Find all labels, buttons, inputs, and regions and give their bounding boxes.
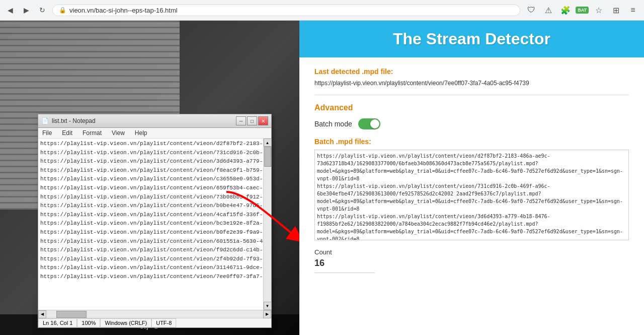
last-detected-label: Last detected .mpd file: [314, 68, 629, 76]
notepad-line: https://playlist-vip.vieon.vn/playlist/c… [39, 175, 262, 184]
notepad-line: https://playlist-vip.vieon.vn/playlist/c… [39, 184, 262, 193]
main-content: a, C 📄 list.txt - Notepad ─ □ ✕ File Edi… [0, 21, 644, 335]
menu-icon[interactable]: ≡ [626, 3, 640, 17]
notepad-status-ln: Ln 16, Col 1 [38, 318, 77, 327]
batch-mode-label: Batch mode [314, 120, 352, 128]
notepad-minimize-button[interactable]: ─ [236, 116, 246, 125]
toolbar-icons: 🛡 ⚠ 🧩 BAT ☆ ⊞ ≡ [524, 3, 640, 17]
notepad-status-charset: UTF-8 [151, 318, 176, 327]
notepad-menu-format[interactable]: Format [80, 129, 104, 137]
notepad-line: https://playlist-vip.vieon.vn/playlist/c… [39, 255, 262, 264]
stream-panel: The Stream Detector Last detected .mpd f… [299, 21, 644, 335]
notepad-titlebar: 📄 list.txt - Notepad ─ □ ✕ [38, 114, 271, 128]
back-button[interactable]: ◀ [4, 4, 16, 16]
batch-textarea[interactable]: https://playlist-vip.vieon.vn/playlist/c… [314, 150, 629, 240]
scroll-thumb[interactable] [264, 147, 271, 167]
address-bar[interactable]: 🔒 vieon.vn/bac-si-john--eps-tap-16.html [52, 5, 520, 16]
notepad-hscroll[interactable]: ◀ ▶ [38, 310, 271, 318]
scroll-track [264, 147, 271, 302]
notepad-line: https://playlist-vip.vieon.vn/playlist/c… [39, 219, 262, 228]
notepad-line: https://playlist-vip.vieon.vn/playlist/c… [39, 202, 262, 211]
notepad-status-zoom: 100% [77, 318, 100, 327]
count-value: 16 [314, 258, 629, 269]
batch-mode-row: Batch mode [314, 118, 629, 129]
notepad-line: https://playlist-vip.vieon.vn/playlist/c… [39, 166, 262, 175]
toggle-knob [370, 119, 379, 128]
batch-mode-toggle[interactable] [358, 118, 380, 129]
notepad-lines: https://playlist-vip.vieon.vn/playlist/c… [39, 140, 262, 282]
bat-badge: BAT [576, 7, 589, 14]
bookmark-icon[interactable]: ☆ [592, 3, 606, 17]
stream-header: The Stream Detector [299, 21, 644, 57]
forward-button[interactable]: ▶ [20, 4, 32, 16]
notepad-line: https://playlist-vip.vieon.vn/playlist/c… [39, 263, 262, 273]
batch-textarea-container: https://playlist-vip.vieon.vn/playlist/c… [314, 150, 629, 242]
warning-icon[interactable]: ⚠ [541, 3, 555, 17]
notepad-maximize-button[interactable]: □ [247, 116, 257, 125]
browser-chrome: ◀ ▶ ↻ 🔒 vieon.vn/bac-si-john--eps-tap-16… [0, 0, 644, 21]
tab-manager-icon[interactable]: ⊞ [609, 3, 623, 17]
notepad-text-area[interactable]: https://playlist-vip.vieon.vn/playlist/c… [38, 139, 263, 310]
video-panel: a, C 📄 list.txt - Notepad ─ □ ✕ File Edi… [0, 21, 299, 335]
advanced-label: Advanced [314, 103, 629, 112]
notepad-close-button[interactable]: ✕ [258, 116, 268, 125]
shield-icon[interactable]: 🛡 [524, 3, 538, 17]
notepad-line: https://playlist-vip.vieon.vn/playlist/c… [39, 157, 262, 166]
hscroll-thumb[interactable] [56, 311, 87, 318]
last-detected-url: https://playlist-vip.vieon.vn/playlist/c… [314, 80, 629, 95]
notepad-line: https://playlist-vip.vieon.vn/playlist/c… [39, 140, 262, 149]
notepad-line: https://playlist-vip.vieon.vn/playlist/c… [39, 228, 262, 237]
notepad-menu-file[interactable]: File [40, 129, 54, 137]
notepad-menu-edit[interactable]: Edit [60, 129, 74, 137]
scroll-up-button[interactable]: ▲ [264, 139, 272, 147]
notepad-window: 📄 list.txt - Notepad ─ □ ✕ File Edit For… [38, 114, 272, 328]
count-label: Count [314, 248, 629, 256]
notepad-line: https://playlist-vip.vieon.vn/playlist/c… [39, 149, 262, 158]
notepad-file-icon: 📄 [41, 117, 49, 124]
stream-detector-title: The Stream Detector [314, 30, 629, 48]
notepad-line: https://playlist-vip.vieon.vn/playlist/c… [39, 211, 262, 220]
notepad-line: https://playlist-vip.vieon.vn/playlist/c… [39, 193, 262, 202]
notepad-line: https://playlist-vip.vieon.vn/playlist/c… [39, 273, 262, 282]
notepad-controls: ─ □ ✕ [236, 116, 268, 125]
notepad-menubar: File Edit Format View Help [38, 128, 271, 139]
notepad-menu-view[interactable]: View [110, 129, 127, 137]
extensions-icon[interactable]: 🧩 [558, 3, 573, 17]
stream-body: Last detected .mpd file: https://playlis… [299, 57, 644, 283]
notepad-content-area: https://playlist-vip.vieon.vn/playlist/c… [38, 139, 271, 310]
batch-files-label: Batch .mpd files: [314, 138, 629, 146]
notepad-scrollbar[interactable]: ▲ ▼ [263, 139, 271, 310]
notepad-status-encoding: Windows (CRLF) [100, 318, 151, 327]
scroll-down-button[interactable]: ▼ [264, 302, 272, 310]
hscroll-left-button[interactable]: ◀ [38, 310, 46, 318]
address-text: vieon.vn/bac-si-john--eps-tap-16.html [69, 7, 514, 14]
notepad-line: https://playlist-vip.vieon.vn/playlist/c… [39, 246, 262, 255]
browser-toolbar: ◀ ▶ ↻ 🔒 vieon.vn/bac-si-john--eps-tap-16… [0, 0, 644, 20]
notepad-title: list.txt - Notepad [52, 117, 233, 124]
count-divider [314, 273, 375, 273]
lock-icon: 🔒 [59, 7, 66, 14]
hscroll-right-button[interactable]: ▶ [263, 310, 271, 318]
notepad-statusbar: Ln 16, Col 1 100% Windows (CRLF) UTF-8 [38, 318, 271, 327]
notepad-menu-help[interactable]: Help [133, 129, 149, 137]
notepad-line: https://playlist-vip.vieon.vn/playlist/c… [39, 237, 262, 246]
hscroll-track [46, 310, 263, 318]
refresh-button[interactable]: ↻ [36, 4, 48, 16]
